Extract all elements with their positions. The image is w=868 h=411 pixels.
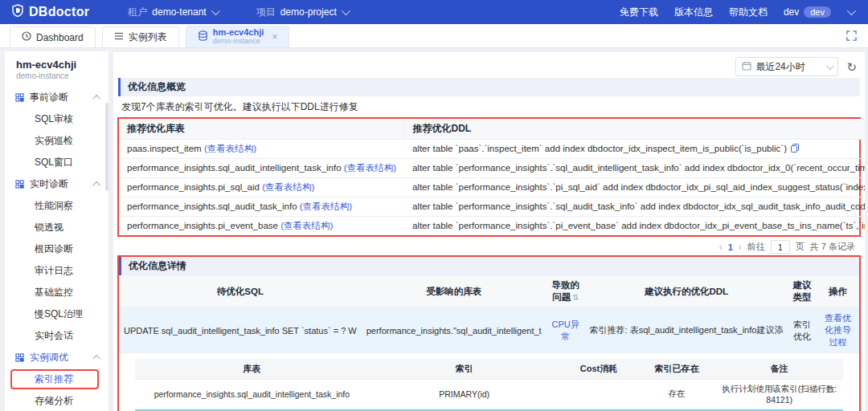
sidebar-item-root-cause[interactable]: 根因诊断 bbox=[5, 238, 108, 260]
time-range-value: 最近24小时 bbox=[755, 60, 805, 74]
subcol-header-cost: Cost消耗 bbox=[560, 359, 638, 380]
sidebar-group-pre-diagnosis[interactable]: 事前诊断 bbox=[5, 87, 108, 108]
page-number[interactable]: 1 bbox=[728, 242, 733, 252]
sub-cost bbox=[560, 380, 638, 409]
chevron-down-icon[interactable] bbox=[847, 6, 856, 15]
suggested-ddl: 索引推荐: 表sql_audit_intelligent_task_info建议… bbox=[585, 308, 788, 353]
table-name: paas.inspect_item bbox=[127, 144, 202, 153]
page-unit-label: 页 bbox=[796, 241, 805, 253]
table-name: performance_insights.sql_audit_task_info bbox=[127, 201, 297, 211]
content-toolbar: 最近24小时 ↻ bbox=[113, 52, 865, 76]
grid-icon bbox=[15, 180, 24, 189]
group-label: 事前诊断 bbox=[30, 91, 68, 104]
project-label: 项目 bbox=[256, 6, 276, 19]
sidebar-item-sql-audit[interactable]: SQL审核 bbox=[5, 108, 108, 130]
view-table-structure-link[interactable]: (查看表结构) bbox=[344, 163, 396, 173]
suggest-type: 索引优化 bbox=[788, 308, 816, 353]
sidebar: hm-ecv4chji demo-instance 事前诊断 SQL审核 实例巡… bbox=[5, 51, 109, 411]
grid-icon bbox=[15, 93, 24, 102]
sql-text: UPDATE sql_audit_intelligent_task_info S… bbox=[119, 308, 362, 353]
instance-name: hm-ecv4chji bbox=[16, 59, 108, 71]
tab-bar: Dashboard 实例列表 hm-ecv4chji demo-instance… bbox=[0, 24, 868, 48]
col-header-suggested-ddl: 建议执行的优化DDL bbox=[585, 275, 788, 308]
table-name: performance_insights.sql_audit_intellige… bbox=[127, 163, 342, 173]
time-range-select[interactable]: 最近24小时 bbox=[735, 57, 838, 76]
calendar-icon bbox=[742, 61, 751, 73]
table-row: performance_insights.pi_sql_aid (查看表结构) … bbox=[119, 178, 865, 197]
view-table-structure-link[interactable]: (查看表结构) bbox=[204, 144, 256, 153]
table-row: performance_insights.sql_audit_intellige… bbox=[135, 380, 843, 409]
table-row: performance_insights.sql_audit_intellige… bbox=[119, 159, 865, 178]
sidebar-item-index-recommendation[interactable]: 索引推荐 bbox=[5, 368, 108, 390]
chevron-down-icon bbox=[826, 62, 834, 70]
details-table: 待优化SQL 受影响的库表 导致的问题⇅ 建议执行的优化DDL 建议类型 操作 … bbox=[119, 275, 859, 353]
project-selector[interactable]: 项目 demo-project bbox=[256, 6, 348, 19]
prev-page-icon[interactable]: ‹ bbox=[719, 242, 723, 253]
sidebar-item-audit-log[interactable]: 审计日志 bbox=[5, 260, 108, 282]
refresh-icon[interactable]: ↻ bbox=[846, 61, 857, 73]
sidebar-item-label: 索引推荐 bbox=[35, 373, 73, 385]
tab-instance-active[interactable]: hm-ecv4chji demo-instance × bbox=[186, 26, 290, 47]
close-icon[interactable]: × bbox=[272, 31, 277, 43]
dbdoctor-shield-icon bbox=[11, 4, 24, 20]
overview-pagination: ‹ 1 › 前往 页 共 7 条记录 bbox=[113, 237, 865, 255]
col-header-problem[interactable]: 导致的问题⇅ bbox=[547, 275, 585, 308]
tenant-selector[interactable]: 租户 demo-tenant bbox=[128, 6, 217, 19]
sub-note: 执行计划使用该索引(扫描行数: 84121) bbox=[715, 380, 843, 409]
fullscreen-icon[interactable] bbox=[846, 31, 857, 43]
tab-instance-sublabel: demo-instance bbox=[213, 37, 264, 46]
view-derivation-link[interactable]: 查看优化推导过程 bbox=[825, 313, 851, 347]
sort-icon[interactable]: ⇅ bbox=[572, 293, 579, 302]
details-section-title: 优化信息详情 bbox=[119, 257, 859, 275]
version-info-link[interactable]: 版本信息 bbox=[674, 6, 713, 19]
tenant-value: demo-tenant bbox=[152, 6, 206, 18]
index-detail-subsection: 库表 索引 Cost消耗 索引已存在 备注 performance_insigh… bbox=[119, 353, 859, 411]
view-table-structure-link[interactable]: (查看表结构) bbox=[262, 182, 314, 192]
sidebar-item-instance-inspection[interactable]: 实例巡检 bbox=[5, 130, 108, 152]
col-header-ddl: 推荐优化DDL bbox=[404, 119, 865, 140]
copy-icon[interactable] bbox=[791, 144, 799, 154]
view-table-structure-link[interactable]: (查看表结构) bbox=[280, 221, 333, 230]
sidebar-item-basic-monitor[interactable]: 基础监控 bbox=[5, 282, 108, 303]
sidebar-item-slow-sql[interactable]: 慢SQL治理 bbox=[5, 303, 108, 325]
sidebar-scrollbar[interactable] bbox=[105, 103, 108, 191]
sidebar-item-storage-analysis[interactable]: 存储分析 bbox=[5, 390, 108, 411]
overview-description: 发现7个库表的索引可优化。建议执行以下DDL进行修复 bbox=[113, 96, 865, 117]
chevron-down-icon bbox=[341, 6, 350, 15]
sub-table-name: performance_insights.sql_audit_intellige… bbox=[135, 380, 369, 409]
col-header-affected-table: 受影响的库表 bbox=[362, 275, 547, 308]
tab-dashboard[interactable]: Dashboard bbox=[10, 26, 96, 47]
group-label: 实时诊断 bbox=[30, 177, 68, 191]
chevron-up-icon bbox=[92, 181, 100, 189]
subcol-header-table: 库表 bbox=[135, 359, 369, 380]
table-name: performance_insights.pi_event_base bbox=[127, 221, 278, 230]
subcol-header-exists: 索引已存在 bbox=[637, 359, 715, 380]
sidebar-group-instance-tuning[interactable]: 实例调优 bbox=[5, 347, 108, 368]
user-name: dev bbox=[784, 6, 799, 18]
ddl-text: alter table `performance_insights`.`pi_s… bbox=[412, 182, 865, 192]
col-header-actions: 操作 bbox=[817, 275, 859, 308]
goto-page-input[interactable] bbox=[771, 240, 790, 254]
sidebar-item-sql-window[interactable]: SQL窗口 bbox=[5, 152, 108, 173]
details-section-annotated: 优化信息详情 待优化SQL 受影响的库表 导致的问题⇅ 建议执行的优化DDL 建… bbox=[117, 255, 861, 411]
overview-table-annotated: 推荐优化库表 推荐优化DDL paas.inspect_item (查看表结构)… bbox=[117, 117, 861, 237]
app-logo[interactable]: DBdoctor bbox=[11, 4, 89, 20]
problem-link[interactable]: CPU异常 bbox=[551, 319, 579, 341]
grid-icon bbox=[15, 353, 24, 362]
sidebar-item-performance-insight[interactable]: 性能洞察 bbox=[5, 195, 108, 217]
chevron-up-icon bbox=[92, 95, 100, 103]
help-docs-link[interactable]: 帮助文档 bbox=[729, 6, 768, 19]
table-row: paas.inspect_item (查看表结构) alter table `p… bbox=[119, 140, 865, 159]
table-row[interactable]: UPDATE sql_audit_intelligent_task_info S… bbox=[119, 308, 859, 353]
sidebar-item-lock-view[interactable]: 锁透视 bbox=[5, 217, 108, 238]
main-content: 最近24小时 ↻ 优化信息概览 发现7个库表的索引可优化。建议执行以下DDL进行… bbox=[113, 52, 865, 411]
sidebar-item-realtime-session[interactable]: 实时会话 bbox=[5, 325, 108, 347]
view-table-structure-link[interactable]: (查看表结构) bbox=[300, 201, 352, 211]
overview-table: 推荐优化库表 推荐优化DDL paas.inspect_item (查看表结构)… bbox=[119, 119, 865, 235]
user-menu[interactable]: dev dev bbox=[784, 6, 831, 18]
free-download-link[interactable]: 免费下载 bbox=[620, 6, 658, 19]
tab-instance-list[interactable]: 实例列表 bbox=[102, 26, 179, 47]
sidebar-group-realtime-diagnosis[interactable]: 实时诊断 bbox=[5, 173, 108, 195]
table-name: performance_insights.pi_sql_aid bbox=[127, 182, 260, 192]
next-page-icon[interactable]: › bbox=[739, 242, 742, 253]
